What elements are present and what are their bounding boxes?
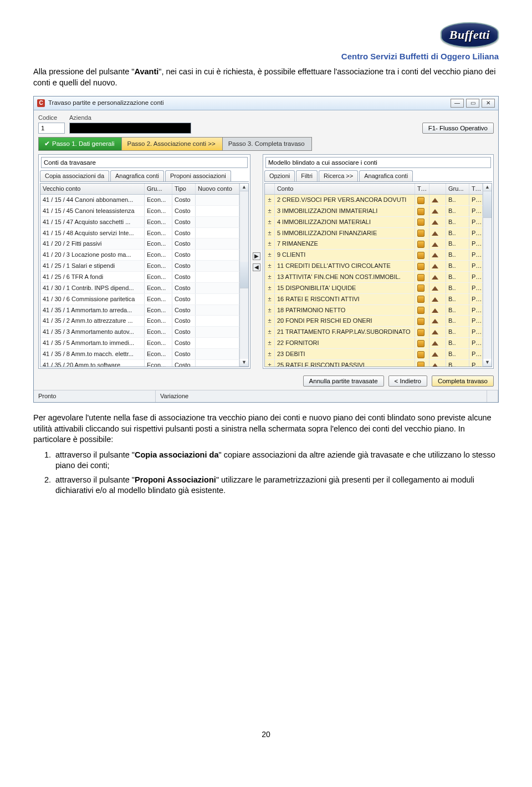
step-3[interactable]: Passo 3. Completa travaso: [222, 137, 312, 151]
table-row[interactable]: 41 / 15 / 44 Canoni abbonamen...Econ...C…: [40, 195, 239, 206]
col-nuovo-conto[interactable]: Nuovo conto: [196, 184, 239, 194]
lock-icon: [417, 252, 424, 259]
list-item: attraverso il pulsante "Copia associazio…: [53, 450, 499, 471]
table-row[interactable]: ±13 ATTIVITA' FIN.CHE NON COST.IMMOBIL.B…: [265, 272, 483, 283]
li2-a: attraverso il pulsante ": [55, 475, 135, 484]
tab-opzioni[interactable]: Opzioni: [264, 170, 295, 181]
col-gru[interactable]: Gru...: [145, 184, 172, 194]
tab-anagrafica-conti-right[interactable]: Anagrafica conti: [359, 170, 413, 181]
right-grid-body[interactable]: ±2 CRED.V/SOCI PER VERS.ANCORA DOVUTIB..…: [265, 195, 483, 367]
left-caption-input[interactable]: [41, 157, 248, 168]
scroll-up-icon[interactable]: ▲: [240, 184, 248, 191]
table-row[interactable]: 41 / 35 / 1 Ammortam.to arreda...Econ...…: [40, 305, 239, 316]
numbered-list: attraverso il pulsante "Copia associazio…: [53, 450, 499, 496]
right-scrollbar[interactable]: ▲ ▼: [483, 184, 492, 367]
step-1[interactable]: ✔Passo 1. Dati generali: [38, 137, 121, 151]
lock-icon: [417, 351, 424, 358]
scroll-down-icon[interactable]: ▼: [483, 359, 492, 367]
lock-icon: [417, 263, 424, 270]
lock-icon: [417, 219, 424, 226]
table-row[interactable]: ±22 FORNITORIB..Patri...: [265, 338, 483, 349]
step-1-label: Passo 1. Dati generali: [52, 140, 115, 147]
left-grid: Vecchio conto Gru... Tipo Nuovo conto 41…: [40, 183, 249, 367]
top-fields-row: Codice Azienda F1- Flusso Operativo: [34, 110, 498, 135]
table-row[interactable]: ±2 CRED.V/SOCI PER VERS.ANCORA DOVUTIB..…: [265, 195, 483, 206]
step-2[interactable]: Passo 2. Associazione conti >>: [121, 137, 222, 151]
table-row[interactable]: ±5 IMMOBILIZZAZIONI FINANZIARIEB..Patri.…: [265, 228, 483, 239]
table-row[interactable]: 41 / 35 / 8 Amm.to macch. elettr...Econ.…: [40, 349, 239, 360]
left-grid-body[interactable]: 41 / 15 / 44 Canoni abbonamen...Econ...C…: [40, 195, 239, 367]
intro-text-a: Alla pressione del pulsante ": [33, 67, 134, 76]
table-row[interactable]: ±9 CLIENTIB..Patri...: [265, 250, 483, 261]
col-conto[interactable]: Conto: [275, 184, 415, 194]
tab-filtri[interactable]: Filtri: [296, 170, 318, 181]
scroll-down-icon[interactable]: ▼: [240, 359, 248, 367]
table-row[interactable]: ±7 RIMANENZEB..Patri...: [265, 238, 483, 250]
close-button[interactable]: ✕: [482, 99, 495, 108]
table-row[interactable]: ±3 IMMOBILIZZAZIONI IMMATERIALIB..Patri.…: [265, 206, 483, 217]
lock-icon: [417, 307, 424, 314]
maximize-button[interactable]: ▭: [466, 99, 479, 108]
col-blank[interactable]: [429, 184, 446, 194]
scroll-thumb[interactable]: [240, 262, 248, 288]
right-tabs: Opzioni Filtri Ricerca >> Anagrafica con…: [264, 170, 492, 182]
lock-icon: [417, 340, 424, 347]
col-gru-r[interactable]: Gru...: [446, 184, 469, 194]
col-ti1[interactable]: Ti...: [415, 184, 429, 194]
indietro-button[interactable]: < Indietro: [388, 375, 427, 387]
table-row[interactable]: 41 / 35 / 20 Amm.to softwareEcon...Costo: [40, 360, 239, 367]
scroll-thumb[interactable]: [483, 191, 492, 218]
table-row[interactable]: 41 / 35 / 5 Ammortam.to immedi...Econ...…: [40, 338, 239, 349]
completa-travaso-button[interactable]: Completa travaso: [432, 375, 494, 387]
table-row[interactable]: 41 / 15 / 48 Acquisto servizi Inte...Eco…: [40, 228, 239, 239]
table-row[interactable]: ±18 PATRIMONIO NETTOB..Patri...: [265, 305, 483, 316]
annulla-partite-button[interactable]: Annulla partite travasate: [303, 375, 384, 387]
col-vecchio-conto[interactable]: Vecchio conto: [40, 184, 145, 194]
table-row[interactable]: 41 / 15 / 45 Canoni teleassistenzaEcon..…: [40, 206, 239, 217]
tab-proponi-associazioni[interactable]: Proponi associazioni: [165, 170, 231, 181]
table-row[interactable]: 41 / 35 / 3 Ammortamento autov...Econ...…: [40, 327, 239, 338]
codice-input[interactable]: [38, 123, 65, 134]
tab-ricerca[interactable]: Ricerca >>: [319, 170, 358, 181]
right-pane: Opzioni Filtri Ricerca >> Anagrafica con…: [263, 154, 494, 369]
move-right-button[interactable]: ▶: [253, 252, 260, 260]
minimize-button[interactable]: —: [451, 99, 464, 108]
right-caption-input[interactable]: [265, 157, 491, 168]
lock-icon: [417, 208, 424, 215]
table-row[interactable]: ±25 RATEI E RISCONTI PASSIVIB..Patri...: [265, 360, 483, 367]
left-tabs: Copia associazioni da Anagrafica conti P…: [40, 170, 249, 182]
app-dialog: C Travaso partite e personalizzazione co…: [33, 96, 499, 403]
table-row[interactable]: 41 / 35 / 2 Amm.to attrezzature ...Econ.…: [40, 316, 239, 327]
transfer-arrows: ▶ ◀: [252, 154, 262, 369]
table-row[interactable]: 41 / 25 / 6 TFR A fondiEcon...Costo: [40, 272, 239, 283]
table-row[interactable]: ±23 DEBITIB..Patri...: [265, 349, 483, 360]
scroll-up-icon[interactable]: ▲: [483, 184, 492, 191]
table-row[interactable]: 41 / 20 / 3 Locazione posto ma...Econ...…: [40, 250, 239, 261]
move-left-button[interactable]: ◀: [253, 263, 260, 271]
left-scrollbar[interactable]: ▲ ▼: [239, 184, 248, 367]
flusso-operativo-button[interactable]: F1- Flusso Operativo: [422, 123, 494, 134]
tab-anagrafica-conti-left[interactable]: Anagrafica conti: [110, 170, 164, 181]
lock-icon: [417, 296, 424, 303]
table-row[interactable]: ±15 DISPONIBILITA' LIQUIDEB..Patri...: [265, 283, 483, 294]
table-row[interactable]: 41 / 30 / 6 Commissione pariteticaEcon..…: [40, 294, 239, 305]
col-tipo[interactable]: Tipo: [172, 184, 196, 194]
table-row[interactable]: ±16 RATEI E RISCONTI ATTIVIB..Patri...: [265, 294, 483, 305]
azienda-input[interactable]: [69, 123, 191, 134]
table-row[interactable]: ±21 TRATTAMENTO F.RAPP.LAV.SUBORDINATOB.…: [265, 327, 483, 338]
table-row[interactable]: 41 / 15 / 47 Acquisto sacchetti ...Econ.…: [40, 217, 239, 228]
table-row[interactable]: 41 / 30 / 1 Contrib. INPS dipend...Econ.…: [40, 283, 239, 294]
codice-label: Codice: [38, 114, 65, 122]
table-row[interactable]: 41 / 20 / 2 Fitti passiviEcon...Costo: [40, 238, 239, 250]
titlebar: C Travaso partite e personalizzazione co…: [34, 97, 498, 110]
col-ti2[interactable]: Ti...: [469, 184, 483, 194]
table-row[interactable]: ±20 FONDI PER RISCHI ED ONERIB..Patri...: [265, 316, 483, 327]
intro-bold: Avanti: [134, 67, 158, 76]
table-row[interactable]: 41 / 25 / 1 Salari e stipendiEcon...Cost…: [40, 261, 239, 272]
tab-copia-associazioni[interactable]: Copia associazioni da: [40, 170, 109, 181]
house-icon: [432, 286, 438, 291]
table-row[interactable]: ±11 CREDITI DELL'ATTIVO CIRCOLANTEB..Pat…: [265, 261, 483, 272]
house-icon: [432, 220, 438, 225]
table-row[interactable]: ±4 IMMOBILIZZAZIONI MATERIALIB..Patri...: [265, 217, 483, 228]
dialog-footer: Annulla partite travasate < Indietro Com…: [34, 372, 498, 390]
